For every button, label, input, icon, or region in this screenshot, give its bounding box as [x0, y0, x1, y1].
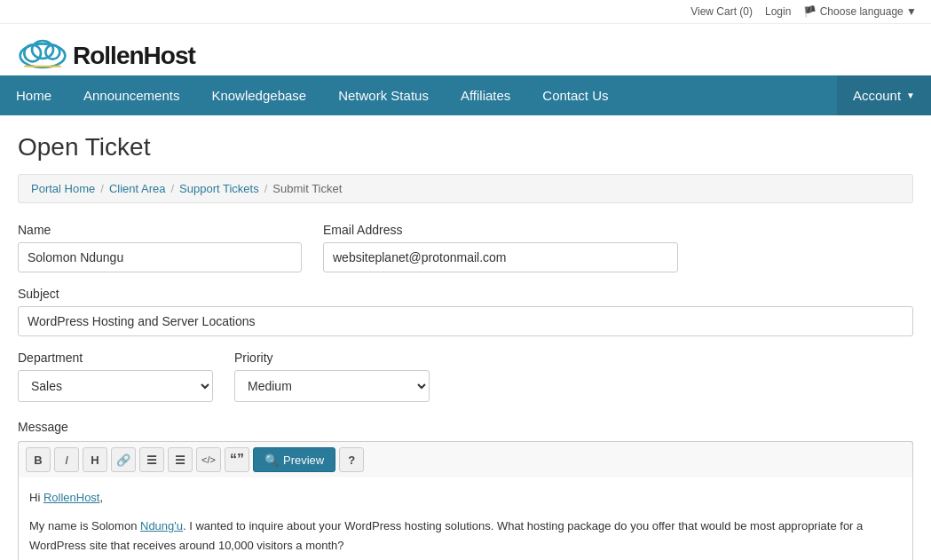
- message-area[interactable]: Hi RollenHost, My name is Solomon Ndung'…: [18, 477, 913, 560]
- subject-label: Subject: [18, 287, 913, 301]
- subject-group: Subject: [18, 287, 913, 336]
- nav-affiliates[interactable]: Affiliates: [445, 75, 526, 115]
- italic-button[interactable]: I: [54, 447, 79, 472]
- priority-group: Priority Low Medium High: [234, 351, 430, 402]
- email-input[interactable]: [323, 242, 678, 272]
- page-title: Open Ticket: [18, 133, 913, 162]
- help-button[interactable]: ?: [339, 447, 364, 472]
- page-content: Open Ticket Portal Home / Client Area / …: [0, 115, 931, 560]
- name-email-row: Name Email Address: [18, 223, 913, 272]
- breadcrumb-sep-1: /: [100, 182, 104, 195]
- nav-announcements[interactable]: Announcements: [67, 75, 195, 115]
- breadcrumb-sep-3: /: [264, 182, 268, 195]
- message-section: Message B I H 🔗 ☰ ☰ </> “” 🔍 Preview ? H…: [18, 420, 913, 560]
- nav-contact-us[interactable]: Contact Us: [526, 75, 624, 115]
- breadcrumb-client-area[interactable]: Client Area: [109, 182, 166, 195]
- breadcrumb-support-tickets[interactable]: Support Tickets: [179, 182, 259, 195]
- message-link-name: Ndung'u: [140, 519, 183, 532]
- name-label: Name: [18, 223, 302, 237]
- department-group: Department Sales Billing Technical Suppo…: [18, 351, 213, 402]
- bold-button[interactable]: B: [26, 447, 51, 472]
- top-bar: View Cart (0) Login 🏴 Choose language ▼: [0, 0, 931, 24]
- dept-priority-row: Department Sales Billing Technical Suppo…: [18, 351, 913, 402]
- name-input[interactable]: [18, 242, 302, 272]
- nav-knowledgebase[interactable]: Knowledgebase: [195, 75, 322, 115]
- code-button[interactable]: </>: [196, 447, 221, 472]
- message-intro: My name is Solomon: [29, 519, 140, 532]
- nav-account[interactable]: Account ▼: [837, 75, 931, 115]
- account-caret-icon: ▼: [906, 91, 915, 100]
- breadcrumb: Portal Home / Client Area / Support Tick…: [18, 174, 913, 203]
- name-group: Name: [18, 223, 302, 272]
- department-label: Department: [18, 351, 213, 365]
- priority-select[interactable]: Low Medium High: [234, 370, 430, 402]
- subject-input[interactable]: [18, 306, 913, 336]
- message-hi: Hi: [29, 491, 43, 504]
- link-button[interactable]: 🔗: [111, 447, 136, 472]
- breadcrumb-portal-home[interactable]: Portal Home: [31, 182, 95, 195]
- priority-label: Priority: [234, 351, 430, 365]
- logo-cloud-icon: [16, 36, 69, 72]
- header: RollenHost: [0, 24, 931, 75]
- breadcrumb-submit-ticket: Submit Ticket: [272, 182, 342, 195]
- message-hi-end: ,: [99, 491, 103, 504]
- quote-button[interactable]: “”: [225, 447, 249, 472]
- search-icon: 🔍: [264, 454, 279, 467]
- main-nav: Home Announcements Knowledgebase Network…: [0, 75, 931, 115]
- email-group: Email Address: [323, 223, 678, 272]
- ul-button[interactable]: ☰: [139, 447, 164, 472]
- message-label: Message: [18, 420, 913, 434]
- message-text: Hi RollenHost, My name is Solomon Ndung'…: [29, 488, 902, 560]
- department-select[interactable]: Sales Billing Technical Support: [18, 370, 213, 402]
- email-label: Email Address: [323, 223, 678, 237]
- message-toolbar: B I H 🔗 ☰ ☰ </> “” 🔍 Preview ?: [18, 441, 913, 477]
- nav-network-status[interactable]: Network Status: [322, 75, 445, 115]
- logo-text: RollenHost: [73, 42, 195, 70]
- language-link[interactable]: 🏴 Choose language ▼: [803, 5, 917, 18]
- cart-link[interactable]: View Cart (0): [690, 5, 753, 18]
- breadcrumb-sep-2: /: [170, 182, 174, 195]
- nav-home[interactable]: Home: [0, 75, 67, 115]
- ol-button[interactable]: ☰: [168, 447, 193, 472]
- nav-items: Home Announcements Knowledgebase Network…: [0, 75, 837, 115]
- login-link[interactable]: Login: [765, 5, 791, 18]
- heading-button[interactable]: H: [83, 447, 107, 472]
- preview-button[interactable]: 🔍 Preview: [253, 447, 335, 472]
- message-link-rollenhost[interactable]: RollenHost: [43, 491, 100, 504]
